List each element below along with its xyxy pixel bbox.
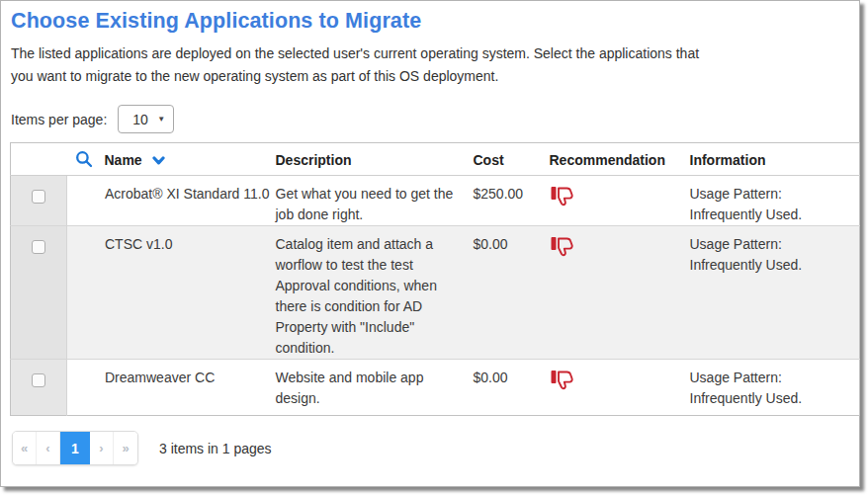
column-header-description[interactable]: Description — [276, 143, 474, 176]
thumbs-down-icon — [550, 195, 577, 210]
select-column-header — [11, 143, 67, 176]
thumbs-down-icon — [550, 245, 577, 261]
table-header-row: Name Description Cost Recommendation Inf… — [11, 143, 860, 176]
thumbs-down-icon — [550, 378, 577, 394]
pagination: « ‹ 1 › » — [12, 431, 138, 465]
search-icon[interactable] — [75, 150, 93, 174]
table-row: Dreamweaver CC Website and mobile app de… — [11, 360, 860, 416]
app-name: CTSC v1.0 — [67, 226, 276, 360]
row-select-checkbox[interactable] — [32, 240, 45, 254]
items-per-page-select[interactable]: 10 ▼ — [118, 105, 174, 133]
column-header-recommendation[interactable]: Recommendation — [550, 143, 690, 176]
app-description: Catalog item and attach a worflow to tes… — [276, 226, 474, 360]
app-cost: $0.00 — [474, 226, 550, 360]
app-description: Get what you need to get the job done ri… — [276, 176, 474, 226]
page-description-line-1: The listed applications are deployed on … — [11, 42, 850, 65]
page-description-line-2: you want to migrate to the new operating… — [11, 65, 850, 88]
pagination-page-1-button[interactable]: 1 — [60, 432, 90, 464]
app-information: Usage Pattern: Infrequently Used. — [690, 226, 860, 360]
app-information: Usage Pattern: Infrequently Used. — [690, 360, 860, 416]
column-header-name[interactable]: Name — [67, 143, 276, 176]
row-select-checkbox[interactable] — [32, 373, 45, 387]
table-row: CTSC v1.0 Catalog item and attach a worf… — [11, 226, 860, 360]
column-header-information[interactable]: Information — [690, 143, 860, 176]
column-header-name-label: Name — [105, 152, 142, 168]
app-name: Acrobat® XI Standard 11.0 — [67, 176, 276, 226]
applications-table: Name Description Cost Recommendation Inf… — [10, 142, 860, 416]
pagination-summary: 3 items in 1 pages — [159, 441, 272, 456]
sort-desc-icon — [152, 150, 165, 171]
pagination-last-button[interactable]: » — [114, 432, 137, 464]
app-description: Website and mobile app design. — [276, 360, 474, 416]
page-title: Choose Existing Applications to Migrate — [11, 9, 850, 34]
wizard-dialog: Choose Existing Applications to Migrate … — [0, 0, 860, 487]
pagination-next-button[interactable]: › — [90, 432, 114, 464]
app-name: Dreamweaver CC — [67, 360, 276, 416]
items-per-page-label: Items per page: — [11, 112, 107, 127]
row-select-checkbox[interactable] — [32, 190, 45, 204]
app-information: Usage Pattern: Infrequently Used. — [690, 176, 860, 226]
pagination-first-button[interactable]: « — [13, 432, 37, 464]
items-per-page-value: 10 — [132, 112, 157, 127]
app-cost: $0.00 — [474, 360, 550, 416]
app-cost: $250.00 — [474, 176, 550, 226]
pagination-prev-button[interactable]: ‹ — [37, 432, 60, 464]
table-row: Acrobat® XI Standard 11.0 Get what you n… — [11, 176, 860, 226]
caret-down-icon: ▼ — [157, 115, 165, 124]
column-header-cost[interactable]: Cost — [474, 143, 550, 176]
